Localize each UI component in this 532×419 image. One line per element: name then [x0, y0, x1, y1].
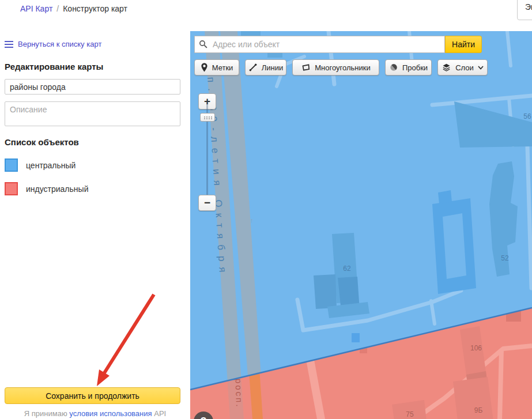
tool-label: Пробки	[402, 63, 428, 72]
tool-label: Многоугольники	[315, 63, 370, 72]
tool-lines-button[interactable]: Линии	[245, 59, 286, 76]
export-button[interactable]: Эк	[517, 0, 532, 20]
industrial-color-swatch	[5, 182, 18, 195]
back-to-map-list-link[interactable]: Вернуться к списку карт	[5, 40, 101, 48]
terms-line: Я принимаю условия использования API	[0, 409, 190, 418]
terms-of-use-link[interactable]: условия использования	[69, 409, 152, 418]
back-link-label: Вернуться к списку карт	[18, 40, 101, 48]
oneway-arrow-glyph: ↑	[250, 217, 254, 224]
object-label: центральный	[26, 161, 76, 170]
drag-handle-dots-icon	[204, 116, 205, 118]
traffic-icon	[389, 63, 398, 72]
building-label: 106	[470, 344, 482, 352]
zoom-out-button[interactable]: −	[198, 195, 216, 211]
sidebar: Вернуться к списку карт Редактирование к…	[0, 31, 190, 419]
object-item-central[interactable]: центральный	[5, 158, 76, 172]
tool-layers-button[interactable]: Слои	[437, 59, 488, 76]
chevron-down-icon	[478, 66, 484, 70]
breadcrumb-link-api-maps[interactable]: API Карт	[20, 4, 52, 13]
save-and-continue-button[interactable]: Сохранить и продолжить	[5, 387, 180, 404]
find-button[interactable]: Найти	[445, 36, 482, 53]
map-description-textarea[interactable]	[5, 101, 180, 126]
breadcrumb-separator: /	[56, 4, 59, 13]
breadcrumb: API Карт/Конструктор карт	[20, 4, 127, 13]
layers-icon	[442, 63, 451, 72]
map-constructor-page: { "header": { "breadcrumb": { "parent": …	[0, 0, 532, 419]
building-label: 56	[523, 112, 531, 120]
map-area[interactable]: 56 62 52 ↑ п. 60-летия Октября	[190, 31, 532, 419]
tool-label: Метки	[212, 63, 233, 72]
terms-suffix: API	[154, 409, 166, 418]
building-label: 75	[406, 410, 414, 418]
pin-icon	[201, 63, 208, 72]
map-name-input[interactable]	[5, 79, 180, 95]
object-label: индустриальный	[26, 184, 88, 194]
breadcrumb-current: Конструктор карт	[63, 4, 127, 13]
objects-list-heading: Список объектов	[5, 137, 79, 147]
building-label: 52	[501, 254, 509, 262]
tool-traffic-button[interactable]: Пробки	[385, 59, 432, 76]
tool-label: Слои	[455, 63, 474, 72]
line-icon	[248, 63, 258, 72]
polygon-icon	[301, 63, 311, 72]
map-canvas[interactable]: 56 62 52 ↑ п. 60-летия Октября	[190, 31, 532, 419]
hamburger-icon	[5, 41, 13, 48]
tool-label: Линии	[262, 63, 284, 72]
zoom-slider-handle[interactable]	[200, 113, 215, 122]
search-input[interactable]	[194, 36, 445, 53]
central-color-swatch	[5, 158, 18, 172]
tool-polygons-button[interactable]: Многоугольники	[292, 59, 379, 76]
terms-prefix: Я принимаю	[24, 409, 67, 418]
tool-placemarks-button[interactable]: Метки	[194, 59, 239, 76]
building-label: 9Б	[474, 406, 483, 414]
edit-map-heading: Редактирование карты	[5, 62, 103, 71]
object-item-industrial[interactable]: индустриальный	[5, 182, 88, 195]
export-button-label: Эк	[525, 2, 532, 12]
building-label: 62	[343, 265, 351, 273]
